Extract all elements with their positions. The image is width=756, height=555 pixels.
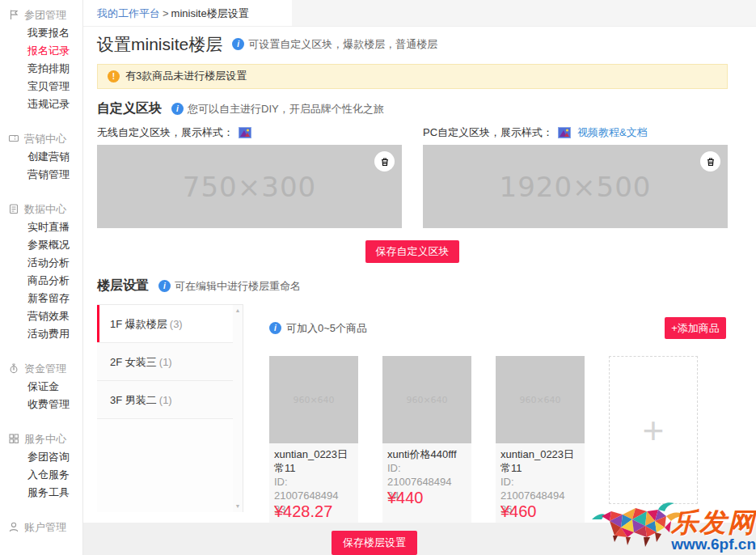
product-card[interactable]: 960×640 xunti价格440fff ID: 21007648494 34… [382, 356, 471, 525]
sidebar-item-marketing-manage[interactable]: 营销管理 [8, 166, 82, 184]
sidebar-item-service-tools[interactable]: 服务工具 [8, 484, 82, 502]
product-id: ID: 21007648494 [500, 475, 580, 502]
product-card[interactable]: 960×640 xuntian_0223日常11 ID: 21007648494… [496, 356, 585, 525]
floor-tab-list: 1F 爆款楼层(3) 2F 女装三(1) 3F 男装二(1) [97, 304, 233, 512]
sidebar-item-item-manage[interactable]: 宝贝管理 [8, 78, 82, 95]
sidebar-item-create-marketing[interactable]: 创建营销 [8, 148, 82, 166]
floor-panel: 1F 爆款楼层(3) 2F 女装三(1) 3F 男装二(1) ▲ ▼ i 可加入… [97, 304, 728, 512]
sidebar-item-marketing-effect[interactable]: 营销效果 [8, 307, 82, 325]
sidebar-group-label: 账户管理 [24, 520, 66, 535]
product-image: 960×640 [269, 356, 358, 443]
custom-section-info: 您可以自主进行DIY，开启品牌个性化之旅 [188, 102, 384, 117]
sidebar-item-deposit[interactable]: 保证金 [8, 378, 82, 396]
breadcrumb: 我的工作平台>minisite楼层设置 [83, 0, 756, 27]
sidebar-group-label: 营销中心 [24, 132, 66, 146]
grid-icon [8, 433, 19, 447]
info-icon: i [269, 322, 281, 334]
sidebar-item-apply-records[interactable]: 报名记录 [8, 42, 82, 60]
product-image: 960×640 [382, 356, 471, 443]
watermark-url: www.6pf.cn [671, 536, 756, 553]
sidebar-item-auction-schedule[interactable]: 竞拍排期 [8, 60, 82, 78]
sidebar-item-warehouse[interactable]: 入仓服务 [8, 466, 82, 484]
sidebar-item-overview[interactable]: 参聚概况 [8, 236, 82, 254]
sidebar-item-product-analysis[interactable]: 商品分析 [8, 272, 82, 290]
floor-section-header: 楼层设置 i 可在编辑中进行楼层重命名 [83, 263, 756, 294]
plus-icon: + [643, 414, 665, 447]
delete-pc-block-button[interactable] [700, 151, 720, 172]
style-preview-icon[interactable] [558, 127, 571, 139]
user-icon [8, 521, 19, 535]
pc-size-placeholder: 1920×500 [500, 171, 652, 203]
product-card[interactable]: 960×640 xuntian_0223日常11 ID: 21007648494… [269, 356, 358, 525]
warning-text: 有3款商品未进行楼层设置 [125, 69, 247, 83]
wireless-block-label: 无线自定义区块，展示样式： [97, 125, 234, 140]
watermark: 乐发网 www.6pf.cn [590, 500, 756, 553]
style-preview-icon[interactable] [239, 127, 251, 139]
sidebar-group-label: 资金管理 [24, 362, 66, 376]
sidebar-group-data: 数据中心 实时直播 参聚概况 活动分析 商品分析 新客留存 营销效果 活动费用 [8, 201, 82, 343]
product-title: xuntian_0223日常11 [500, 447, 580, 475]
scroll-up-icon[interactable]: ▲ [235, 307, 241, 314]
scroll-down-icon[interactable]: ▼ [235, 503, 241, 510]
floor-content: i 可加入0~5个商品 +添加商品 960×640 xuntian_0223日常… [243, 304, 728, 512]
product-price: ¥428.27 [274, 502, 353, 520]
page-subtitle: 可设置自定义区块，爆款楼层，普通楼层 [248, 37, 437, 52]
sidebar-item-activity-analysis[interactable]: 活动分析 [8, 254, 82, 272]
floor-tab-count: (1) [159, 356, 172, 368]
breadcrumb-home-link[interactable]: 我的工作平台 [97, 7, 160, 19]
pc-upload-area[interactable]: 1920×500 [423, 145, 728, 228]
sidebar-item-apply[interactable]: 我要报名 [8, 24, 82, 42]
floor-tab-2f[interactable]: 2F 女装三(1) [97, 343, 233, 381]
custom-section-title: 自定义区块 [97, 100, 162, 117]
sidebar-item-live[interactable]: 实时直播 [8, 218, 82, 236]
capacity-hint: 可加入0~5个商品 [286, 321, 367, 336]
sidebar-group-label: 服务中心 [24, 432, 66, 447]
sidebar-item-new-customer[interactable]: 新客留存 [8, 290, 82, 307]
app-window: 参团管理 我要报名 报名记录 竞拍排期 宝贝管理 违规记录 营销中心 创建营销 … [0, 0, 756, 555]
page-title-row: 设置minisite楼层 i 可设置自定义区块，爆款楼层，普通楼层 [83, 27, 756, 56]
watermark-site-name: 乐发网 [671, 510, 756, 536]
sidebar-group-service: 服务中心 参团咨询 入仓服务 服务工具 [8, 430, 82, 502]
product-title: xuntian_0223日常11 [274, 447, 353, 475]
info-icon: i [171, 103, 184, 115]
breadcrumb-current: minisite楼层设置 [171, 7, 249, 19]
product-price: ¥440 [387, 489, 467, 506]
wireless-upload-area[interactable]: 750×300 [97, 145, 402, 228]
floor-section-info: 可在编辑中进行楼层重命名 [175, 279, 301, 294]
sidebar-group-join: 参团管理 我要报名 报名记录 竞拍排期 宝贝管理 违规记录 [8, 6, 82, 113]
page-title: 设置minisite楼层 [97, 33, 222, 56]
product-id: ID: 21007648494 [387, 461, 467, 489]
sidebar-group-marketing: 营销中心 创建营销 营销管理 [8, 130, 82, 184]
sidebar-item-violation-records[interactable]: 违规记录 [8, 95, 82, 113]
ticket-icon [8, 133, 19, 146]
floor-tab-3f[interactable]: 3F 男装二(1) [97, 381, 233, 419]
wireless-size-placeholder: 750×300 [183, 171, 316, 203]
floor-section-title: 楼层设置 [97, 278, 149, 294]
product-image: 960×640 [496, 356, 585, 443]
breadcrumb-separator: > [163, 7, 169, 19]
floor-tab-count: (1) [159, 394, 172, 406]
delete-wireless-block-button[interactable] [374, 151, 395, 172]
add-product-slot[interactable]: + [609, 356, 698, 504]
custom-section-header: 自定义区块 i 您可以自主进行DIY，开启品牌个性化之旅 [83, 89, 756, 117]
warning-icon: ! [108, 70, 120, 83]
sidebar-group-account: 账户管理 [8, 519, 82, 536]
money-icon [8, 362, 19, 376]
flag-icon [8, 9, 19, 23]
info-icon: i [158, 280, 171, 292]
video-tutorial-link[interactable]: 视频教程&文档 [577, 125, 648, 140]
sidebar-group-label: 参团管理 [24, 8, 66, 23]
save-floor-settings-button[interactable]: 保存楼层设置 [332, 531, 417, 555]
sidebar-item-fee-manage[interactable]: 收费管理 [8, 396, 82, 413]
footer-strip: 保存楼层设置 [83, 523, 756, 555]
main-content: 我的工作平台>minisite楼层设置 设置minisite楼层 i 可设置自定… [83, 0, 756, 555]
floor-tab-1f[interactable]: 1F 爆款楼层(3) [97, 305, 233, 343]
warning-banner: ! 有3款商品未进行楼层设置 [97, 64, 728, 89]
sidebar-item-activity-cost[interactable]: 活动费用 [8, 325, 82, 343]
add-product-button[interactable]: +添加商品 [665, 317, 726, 339]
product-id: ID: 21007648494 [274, 475, 353, 502]
sidebar-item-consult[interactable]: 参团咨询 [8, 448, 82, 466]
floor-tab-scrollbar[interactable]: ▲ ▼ [233, 304, 243, 512]
report-icon [8, 203, 19, 217]
save-custom-blocks-button[interactable]: 保存自定义区块 [365, 240, 459, 263]
